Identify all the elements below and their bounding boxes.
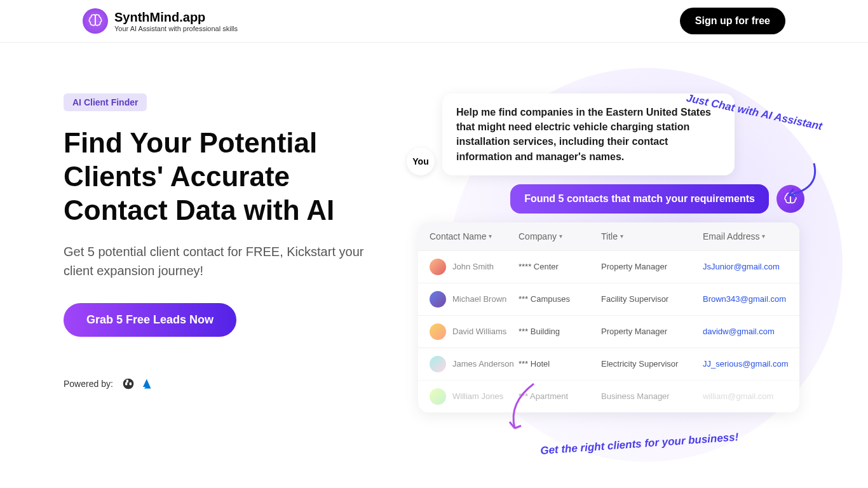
hero-heading: Find Your Potential Clients' Accurate Co…: [64, 126, 394, 227]
th-title[interactable]: Title▾: [601, 231, 703, 241]
powered-label: Powered by:: [64, 379, 113, 389]
logo-text: SynthMind.app Your AI Assistant with pro…: [114, 10, 238, 32]
hero-left: AI Client Finder Find Your Potential Cli…: [64, 93, 394, 412]
table-row: William Jones*** ApartmentBusiness Manag…: [418, 380, 799, 412]
user-message-bubble: Help me find companies in the Eastern Un…: [442, 93, 735, 175]
openai-icon: [122, 377, 135, 390]
avatar: [430, 259, 446, 275]
table-row: James Anderson*** HotelElectricity Super…: [418, 348, 799, 380]
arrow-icon: [489, 377, 553, 441]
chevron-down-icon: ▾: [620, 233, 623, 240]
product-badge: AI Client Finder: [64, 93, 147, 111]
th-company[interactable]: Company▾: [519, 231, 601, 241]
ai-response-bubble: Found 5 contacts that match your require…: [510, 184, 769, 214]
chevron-down-icon: ▾: [762, 233, 765, 240]
you-avatar: You: [407, 147, 435, 175]
chevron-down-icon: ▾: [489, 233, 492, 240]
avatar: [430, 388, 446, 405]
avatar: [430, 356, 446, 372]
avatar: [430, 323, 446, 340]
table-row: Michael Brown*** CampusesFacility Superv…: [418, 283, 799, 315]
table-row: David Williams*** BuildingProperty Manag…: [418, 315, 799, 348]
header: SynthMind.app Your AI Assistant with pro…: [0, 0, 868, 43]
results-table: Contact Name▾ Company▾ Title▾ Email Addr…: [418, 222, 799, 412]
avatar: [430, 291, 446, 308]
powered-by: Powered by:: [64, 377, 394, 390]
main-content: AI Client Finder Find Your Potential Cli…: [0, 43, 868, 412]
brain-icon: [83, 8, 108, 34]
hero-right: Just Chat with AI Assistant You Help me …: [413, 93, 804, 412]
signup-button[interactable]: Sign up for free: [680, 8, 785, 34]
th-name[interactable]: Contact Name▾: [430, 231, 519, 241]
logo-title: SynthMind.app: [114, 10, 238, 25]
logo-section[interactable]: SynthMind.app Your AI Assistant with pro…: [83, 8, 238, 34]
arrow-icon: [776, 157, 827, 208]
cta-button[interactable]: Grab 5 Free Leads Now: [64, 303, 236, 337]
table-header: Contact Name▾ Company▾ Title▾ Email Addr…: [418, 222, 799, 250]
table-row: John Smith**** CenterProperty ManagerJsJ…: [418, 250, 799, 283]
hero-subtext: Get 5 potential client contact for FREE,…: [64, 242, 394, 280]
powered-icons: [122, 377, 153, 390]
ai-response-row: Found 5 contacts that match your require…: [413, 184, 804, 214]
th-email[interactable]: Email Address▾: [703, 231, 788, 241]
logo-subtitle: Your AI Assistant with professional skil…: [114, 25, 238, 32]
chevron-down-icon: ▾: [559, 233, 562, 240]
azure-icon: [140, 377, 153, 390]
